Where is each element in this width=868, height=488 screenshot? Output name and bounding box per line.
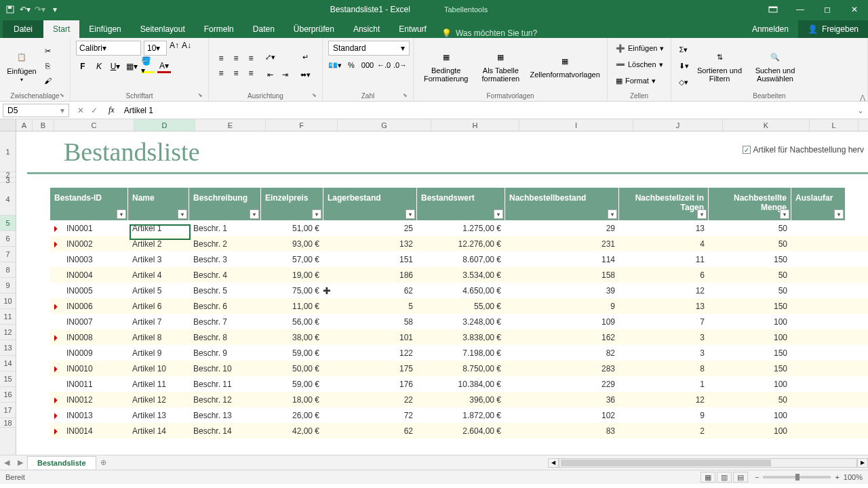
col-header-H[interactable]: H <box>431 119 519 131</box>
filter-dropdown-icon[interactable]: ▾ <box>117 209 126 219</box>
italic-button[interactable]: K <box>92 60 106 73</box>
table-header-7[interactable]: Nachbestellzeit in Tagen▾ <box>619 188 709 220</box>
hscroll-thumb[interactable] <box>561 460 771 466</box>
format-painter-icon[interactable]: 🖌 <box>41 74 54 87</box>
border-button[interactable]: ▦▾ <box>125 60 138 73</box>
grow-font-icon[interactable]: A↑ <box>170 41 179 56</box>
copy-icon[interactable]: ⎘ <box>41 59 54 73</box>
table-row[interactable]: IN0007Artikel 7Beschr. 756,00 €583.248,0… <box>50 314 868 329</box>
filter-dropdown-icon[interactable]: ▾ <box>178 209 187 219</box>
fill-icon[interactable]: ⬇▾ <box>677 59 690 73</box>
currency-icon[interactable]: 💶▾ <box>328 58 342 72</box>
row-header-1[interactable]: 1 <box>0 131 16 172</box>
name-box[interactable]: D5▾ <box>3 104 69 117</box>
col-header-F[interactable]: F <box>266 119 338 131</box>
align-middle-icon[interactable]: ≡ <box>229 52 243 65</box>
row-header-9[interactable]: 9 <box>0 278 16 293</box>
ribbon-options-icon[interactable] <box>760 0 787 19</box>
wrap-text-icon[interactable]: ↵ <box>298 50 312 64</box>
table-row[interactable]: ⏵IN0001Artikel 1Beschr. 151,00 €251.275,… <box>50 220 868 236</box>
row-header-13[interactable]: 13 <box>0 340 16 356</box>
zoom-in-button[interactable]: + <box>835 473 839 481</box>
tell-me-search[interactable]: 💡 Was möchten Sie tun? <box>436 28 542 38</box>
col-header-I[interactable]: I <box>519 119 633 131</box>
table-row[interactable]: ⏵IN0013Artikel 13Beschr. 1326,00 €721.87… <box>50 407 868 423</box>
zoom-level[interactable]: 100% <box>844 473 863 481</box>
table-header-9[interactable]: Auslaufar▾ <box>791 188 846 220</box>
align-top-icon[interactable]: ≡ <box>214 52 228 65</box>
align-left-icon[interactable]: ≡ <box>214 66 228 80</box>
new-sheet-button[interactable]: ⊕ <box>96 455 111 470</box>
tab-ueberpruefen[interactable]: Überprüfen <box>284 20 344 38</box>
clipboard-launcher[interactable]: ⬊ <box>60 92 64 98</box>
align-right-icon[interactable]: ≡ <box>244 66 258 80</box>
bold-button[interactable]: F <box>76 60 90 73</box>
sort-filter-button[interactable]: ⇅Sortieren und Filtern <box>693 49 746 83</box>
row-header-17[interactable]: 17 <box>0 403 16 418</box>
increase-indent-icon[interactable]: ⇥ <box>278 68 292 81</box>
merge-center-icon[interactable]: ⬌▾ <box>298 68 312 81</box>
redo-icon[interactable]: ↷▾ <box>35 5 45 14</box>
maximize-icon[interactable]: ◻ <box>814 0 841 19</box>
delete-cells-button[interactable]: ➖ Löschen ▾ <box>613 57 665 72</box>
col-header-D[interactable]: D <box>134 119 195 131</box>
hscroll-left[interactable]: ◀ <box>548 458 559 468</box>
format-as-table-button[interactable]: ▦Als Tabelle formatieren <box>475 49 526 83</box>
clear-icon[interactable]: ◇▾ <box>677 75 690 89</box>
table-header-8[interactable]: Nachbestellte Menge▾ <box>709 188 791 220</box>
find-select-button[interactable]: 🔍Suchen und Auswählen <box>749 49 802 83</box>
hscroll-track[interactable] <box>559 458 857 468</box>
number-format-combo[interactable]: Standard▾ <box>328 41 410 56</box>
filter-dropdown-icon[interactable]: ▾ <box>608 209 617 219</box>
row-header-6[interactable]: 6 <box>0 231 16 247</box>
align-bottom-icon[interactable]: ≡ <box>244 52 258 65</box>
row-header-14[interactable]: 14 <box>0 356 16 371</box>
accept-formula-icon[interactable]: ✓ <box>91 106 98 115</box>
table-row[interactable]: IN0005Artikel 5Beschr. 575,00 €624.650,0… <box>50 283 868 298</box>
collapse-ribbon-icon[interactable]: ᐱ <box>860 94 865 103</box>
col-header-L[interactable]: L <box>810 119 859 131</box>
zoom-slider[interactable] <box>763 476 831 479</box>
row-header-3[interactable]: 3 <box>0 178 16 183</box>
tab-seitenlayout[interactable]: Seitenlayout <box>131 20 195 38</box>
formula-content[interactable]: Artikel 1 <box>120 106 157 115</box>
col-header-J[interactable]: J <box>633 119 723 131</box>
table-row[interactable]: ⏵IN0008Artikel 8Beschr. 838,00 €1013.838… <box>50 329 868 345</box>
row-header-5[interactable]: 5 <box>0 216 16 231</box>
tab-daten[interactable]: Daten <box>243 20 284 38</box>
sign-in-button[interactable]: Anmelden <box>743 20 798 38</box>
conditional-formatting-button[interactable]: ▦Bedingte Formatierung <box>419 49 473 83</box>
tab-entwurf[interactable]: Entwurf <box>389 20 436 38</box>
table-row[interactable]: ⏵IN0002Artikel 2Beschr. 293,00 €13212.27… <box>50 236 868 251</box>
sheet-tab-bestandsliste[interactable]: Bestandsliste <box>27 456 96 469</box>
fill-color-button[interactable]: 🪣▾ <box>141 60 155 73</box>
col-header-K[interactable]: K <box>723 119 810 131</box>
table-row[interactable]: ⏵IN0010Artikel 10Beschr. 1050,00 €1758.7… <box>50 361 868 376</box>
table-header-2[interactable]: Beschreibung▾ <box>189 188 261 220</box>
tab-einfuegen[interactable]: Einfügen <box>79 20 130 38</box>
increase-decimal-icon[interactable]: ←.0 <box>377 58 391 72</box>
table-header-1[interactable]: Name▾ <box>128 188 189 220</box>
tab-start[interactable]: Start <box>43 20 79 38</box>
cut-icon[interactable]: ✂ <box>41 44 54 58</box>
save-icon[interactable] <box>5 5 15 14</box>
filter-dropdown-icon[interactable]: ▾ <box>250 209 259 219</box>
sheet-nav-next[interactable]: ▶ <box>14 458 27 467</box>
view-pagelayout-icon[interactable]: ▥ <box>717 472 732 483</box>
col-header-B[interactable]: B <box>33 119 54 131</box>
font-launcher[interactable]: ⬊ <box>198 92 203 98</box>
minimize-icon[interactable]: — <box>787 0 814 19</box>
tab-datei[interactable]: Datei <box>3 20 43 38</box>
close-icon[interactable]: ✕ <box>841 0 868 19</box>
table-header-5[interactable]: Bestandswert▾ <box>417 188 505 220</box>
thousands-icon[interactable]: 000 <box>361 58 374 72</box>
table-row[interactable]: ⏵IN0014Artikel 14Beschr. 1442,00 €622.60… <box>50 423 868 439</box>
expand-formula-bar-icon[interactable]: ⌄ <box>857 106 868 115</box>
shrink-font-icon[interactable]: A↓ <box>182 41 191 56</box>
insert-cells-button[interactable]: ➕ Einfügen ▾ <box>613 41 665 56</box>
cancel-formula-icon[interactable]: ✕ <box>77 106 84 115</box>
undo-icon[interactable]: ↶▾ <box>20 5 30 14</box>
qat-customize-icon[interactable]: ▾ <box>50 5 60 14</box>
row-header-7[interactable]: 7 <box>0 247 16 262</box>
row-header-11[interactable]: 11 <box>0 309 16 325</box>
